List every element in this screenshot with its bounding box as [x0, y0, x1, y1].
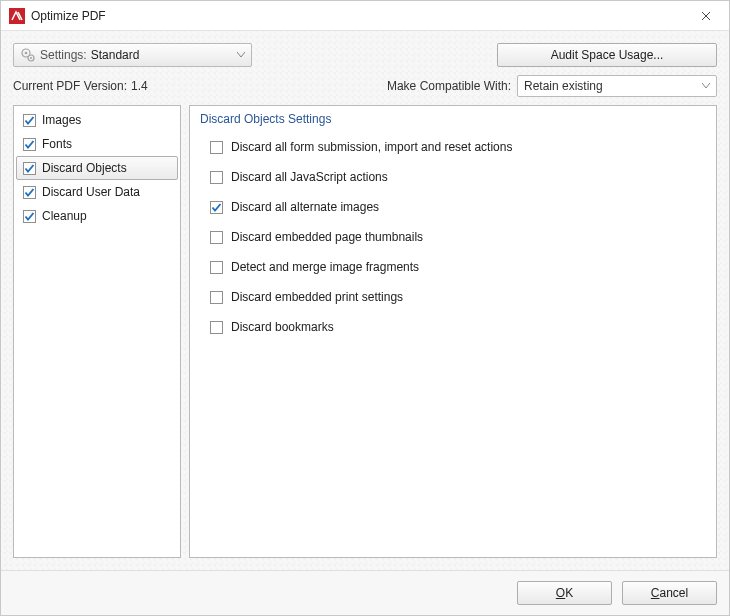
close-icon	[701, 11, 711, 21]
checkmark-icon	[24, 163, 35, 174]
options-list: Discard all form submission, import and …	[190, 134, 716, 340]
sidebar-item-label: Discard Objects	[42, 161, 127, 175]
sidebar-item-label: Cleanup	[42, 209, 87, 223]
ok-label: OK	[556, 586, 573, 600]
content-panel: Discard Objects Settings Discard all for…	[189, 105, 717, 558]
toolbar: Settings: Standard Audit Space Usage...	[1, 31, 729, 75]
sidebar-item[interactable]: Discard Objects	[16, 156, 178, 180]
checkbox[interactable]	[210, 321, 223, 334]
option-row[interactable]: Discard embedded page thumbnails	[210, 230, 696, 244]
ok-button[interactable]: OK	[517, 581, 612, 605]
chevron-down-icon	[237, 52, 245, 58]
svg-point-4	[30, 57, 32, 59]
svg-rect-0	[9, 8, 25, 24]
option-row[interactable]: Discard all form submission, import and …	[210, 140, 696, 154]
sidebar-item[interactable]: Discard User Data	[16, 180, 178, 204]
option-label: Discard embedded page thumbnails	[231, 230, 423, 244]
compat-label: Make Compatible With:	[387, 79, 511, 93]
option-row[interactable]: Detect and merge image fragments	[210, 260, 696, 274]
close-button[interactable]	[683, 1, 729, 31]
option-label: Discard all form submission, import and …	[231, 140, 512, 154]
checkbox[interactable]	[23, 114, 36, 127]
settings-dropdown[interactable]: Settings: Standard	[13, 43, 252, 67]
checkbox[interactable]	[23, 138, 36, 151]
checkbox[interactable]	[210, 171, 223, 184]
option-label: Discard bookmarks	[231, 320, 334, 334]
titlebar: Optimize PDF	[1, 1, 729, 31]
option-row[interactable]: Discard embedded print settings	[210, 290, 696, 304]
audit-button-label: Audit Space Usage...	[551, 48, 664, 62]
sidebar: ImagesFontsDiscard ObjectsDiscard User D…	[13, 105, 181, 558]
option-label: Discard all alternate images	[231, 200, 379, 214]
sidebar-item-label: Discard User Data	[42, 185, 140, 199]
main: ImagesFontsDiscard ObjectsDiscard User D…	[1, 105, 729, 570]
option-row[interactable]: Discard all JavaScript actions	[210, 170, 696, 184]
checkbox[interactable]	[210, 291, 223, 304]
checkbox[interactable]	[23, 162, 36, 175]
checkbox[interactable]	[23, 210, 36, 223]
current-version-value: 1.4	[131, 79, 148, 93]
checkbox[interactable]	[210, 231, 223, 244]
checkmark-icon	[24, 139, 35, 150]
option-label: Detect and merge image fragments	[231, 260, 419, 274]
sidebar-item-label: Images	[42, 113, 81, 127]
checkbox[interactable]	[210, 141, 223, 154]
checkmark-icon	[24, 115, 35, 126]
sidebar-item[interactable]: Cleanup	[16, 204, 178, 228]
sidebar-item[interactable]: Fonts	[16, 132, 178, 156]
content-header: Discard Objects Settings	[190, 106, 716, 134]
option-row[interactable]: Discard bookmarks	[210, 320, 696, 334]
sidebar-item-label: Fonts	[42, 137, 72, 151]
checkbox[interactable]	[23, 186, 36, 199]
gear-icon	[20, 47, 36, 63]
cancel-button[interactable]: Cancel	[622, 581, 717, 605]
svg-point-2	[25, 52, 28, 55]
settings-value: Standard	[91, 48, 140, 62]
option-label: Discard all JavaScript actions	[231, 170, 388, 184]
current-version-label: Current PDF Version:	[13, 79, 127, 93]
checkbox[interactable]	[210, 201, 223, 214]
option-label: Discard embedded print settings	[231, 290, 403, 304]
app-icon	[9, 8, 25, 24]
option-row[interactable]: Discard all alternate images	[210, 200, 696, 214]
sidebar-item[interactable]: Images	[16, 108, 178, 132]
compat-dropdown[interactable]: Retain existing	[517, 75, 717, 97]
checkmark-icon	[211, 202, 222, 213]
version-row: Current PDF Version: 1.4 Make Compatible…	[1, 75, 729, 105]
compat-value: Retain existing	[524, 79, 603, 93]
checkmark-icon	[24, 211, 35, 222]
settings-label: Settings:	[40, 48, 87, 62]
chevron-down-icon	[702, 83, 710, 89]
footer: OK Cancel	[1, 570, 729, 615]
checkmark-icon	[24, 187, 35, 198]
cancel-label: Cancel	[651, 586, 688, 600]
checkbox[interactable]	[210, 261, 223, 274]
window-title: Optimize PDF	[31, 9, 683, 23]
audit-space-usage-button[interactable]: Audit Space Usage...	[497, 43, 717, 67]
